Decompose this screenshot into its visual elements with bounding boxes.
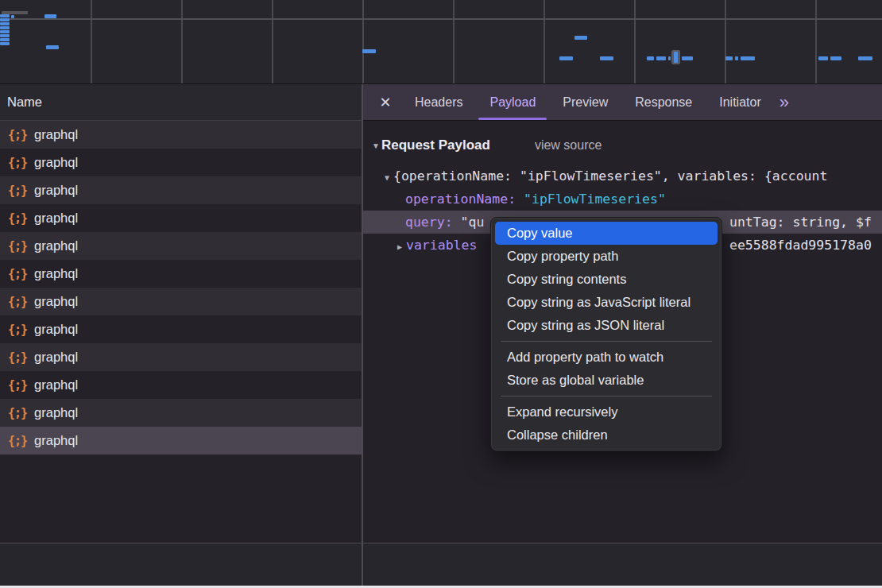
- json-braces-icon: {;}: [8, 295, 27, 309]
- json-braces-icon: {;}: [8, 267, 27, 281]
- request-name-label: graphql: [34, 127, 78, 142]
- tab-label: Response: [635, 95, 692, 110]
- context-menu-item[interactable]: Store as global variable: [495, 369, 718, 392]
- more-tabs-icon[interactable]: »: [775, 84, 797, 120]
- overview-gridline: [272, 0, 273, 83]
- collapsed-triangle-icon[interactable]: ▶: [393, 235, 406, 257]
- request-name-label: graphql: [34, 183, 78, 198]
- json-braces-icon: {;}: [8, 184, 27, 198]
- details-tabbar: ✕ Headers Payload Preview Response Initi…: [363, 84, 882, 121]
- tab-preview[interactable]: Preview: [549, 84, 621, 120]
- context-menu-item[interactable]: Expand recursively: [495, 400, 718, 424]
- json-braces-icon: {;}: [8, 406, 27, 420]
- tab-initiator[interactable]: Initiator: [706, 84, 774, 120]
- request-timing-bar: [0, 26, 10, 29]
- network-request-row[interactable]: {;} graphql: [0, 176, 362, 204]
- json-braces-icon: {;}: [8, 434, 27, 448]
- view-source-link[interactable]: view source: [535, 138, 602, 153]
- property-value-continuation: ee5588fdad995178a0: [729, 234, 872, 257]
- network-request-row[interactable]: {;} graphql: [0, 343, 362, 371]
- devtools-network-panel: Name {;} graphql {;} graphql {;} graphql…: [0, 0, 882, 588]
- requests-list-panel: Name {;} graphql {;} graphql {;} graphql…: [0, 84, 362, 543]
- overview-gridline: [725, 0, 726, 83]
- request-timing-bar: [46, 45, 59, 49]
- request-name-label: graphql: [34, 433, 78, 448]
- network-request-row[interactable]: {;} graphql: [0, 427, 362, 455]
- request-name-label: graphql: [34, 294, 78, 309]
- tree-row-operation-name[interactable]: operationName: "ipFlowTimeseries": [363, 188, 882, 211]
- network-request-row[interactable]: {;} graphql: [0, 204, 362, 232]
- name-column-label: Name: [7, 95, 42, 110]
- network-request-row[interactable]: {;} graphql: [0, 260, 362, 288]
- tab-label: Preview: [563, 95, 608, 110]
- section-title: Request Payload: [381, 137, 490, 153]
- request-payload-section-header[interactable]: ▼ Request Payload view source: [363, 133, 882, 158]
- tab-payload[interactable]: Payload: [476, 84, 549, 120]
- context-menu-item[interactable]: Copy property path: [495, 245, 718, 268]
- property-key: query:: [405, 215, 453, 230]
- collapse-triangle-icon[interactable]: ▼: [372, 141, 380, 150]
- context-menu-item[interactable]: Copy string as JSON literal: [495, 314, 718, 337]
- property-value-start: "qu: [461, 215, 485, 230]
- request-timing-bar: [0, 42, 10, 45]
- request-timing-bar: [725, 56, 733, 60]
- network-request-row[interactable]: {;} graphql: [0, 232, 362, 260]
- request-name-label: graphql: [34, 155, 78, 170]
- tab-headers[interactable]: Headers: [401, 84, 476, 120]
- name-column-header[interactable]: Name: [0, 84, 362, 121]
- network-request-row[interactable]: {;} graphql: [0, 121, 362, 149]
- request-timing-bar: [0, 22, 10, 25]
- json-braces-icon: {;}: [8, 211, 27, 226]
- network-request-row[interactable]: {;} graphql: [0, 315, 362, 343]
- status-footer: [0, 543, 882, 586]
- request-timing-bar: [574, 36, 587, 40]
- property-key: variables: [406, 238, 477, 253]
- json-braces-icon: {;}: [8, 323, 27, 337]
- network-request-row[interactable]: {;} graphql: [0, 149, 362, 176]
- request-name-label: graphql: [34, 405, 78, 420]
- tab-response[interactable]: Response: [621, 84, 706, 120]
- network-request-row[interactable]: {;} graphql: [0, 399, 362, 427]
- request-timing-bar: [559, 56, 573, 60]
- menu-separator: [501, 341, 712, 342]
- request-timing-bar: [44, 14, 56, 18]
- request-timing-bar: [668, 56, 671, 60]
- json-braces-icon: {;}: [8, 378, 27, 393]
- request-timing-bar: [682, 56, 693, 60]
- request-timing-bar: [11, 15, 14, 18]
- property-key: operationName:: [405, 191, 516, 207]
- close-icon[interactable]: ✕: [369, 84, 401, 120]
- network-overview-timeline[interactable]: [0, 0, 882, 83]
- overview-gridline: [634, 0, 636, 83]
- overview-gridline: [544, 0, 545, 83]
- json-braces-icon: {;}: [8, 156, 27, 170]
- json-braces-icon: {;}: [8, 128, 27, 142]
- tree-root-row[interactable]: ▼{operationName: "ipFlowTimeseries", var…: [363, 164, 882, 188]
- object-preview-text: {operationName: "ipFlowTimeseries", vari…: [393, 168, 827, 184]
- context-menu-item[interactable]: Copy string contents: [495, 268, 718, 291]
- overview-gridline: [91, 0, 92, 83]
- request-timing-bar: [0, 18, 10, 21]
- request-name-label: graphql: [34, 322, 78, 337]
- property-value-string: "ipFlowTimeseries": [524, 191, 666, 207]
- panel-divider[interactable]: [362, 544, 363, 586]
- tab-label: Payload: [489, 95, 536, 110]
- context-menu-item[interactable]: Copy string as JavaScript literal: [495, 291, 718, 314]
- request-timing-bar: [741, 56, 755, 60]
- network-request-row[interactable]: {;} graphql: [0, 371, 362, 399]
- request-timing-bar: [647, 56, 654, 60]
- request-name-label: graphql: [34, 238, 78, 253]
- expanded-triangle-icon[interactable]: ▼: [381, 166, 393, 188]
- request-timing-bar: [0, 38, 10, 41]
- context-menu-item[interactable]: Collapse children: [495, 424, 718, 447]
- overview-gridline: [453, 0, 455, 83]
- tab-label: Initiator: [719, 95, 760, 110]
- overview-hover-marker: [671, 50, 680, 64]
- network-request-row[interactable]: {;} graphql: [0, 288, 362, 315]
- context-menu-item[interactable]: Copy value: [495, 222, 718, 245]
- request-timing-bar: [858, 56, 872, 60]
- context-menu-item[interactable]: Add property path to watch: [495, 346, 718, 369]
- request-timing-bar: [818, 56, 828, 60]
- request-timing-bar: [656, 56, 666, 60]
- request-name-label: graphql: [34, 377, 78, 393]
